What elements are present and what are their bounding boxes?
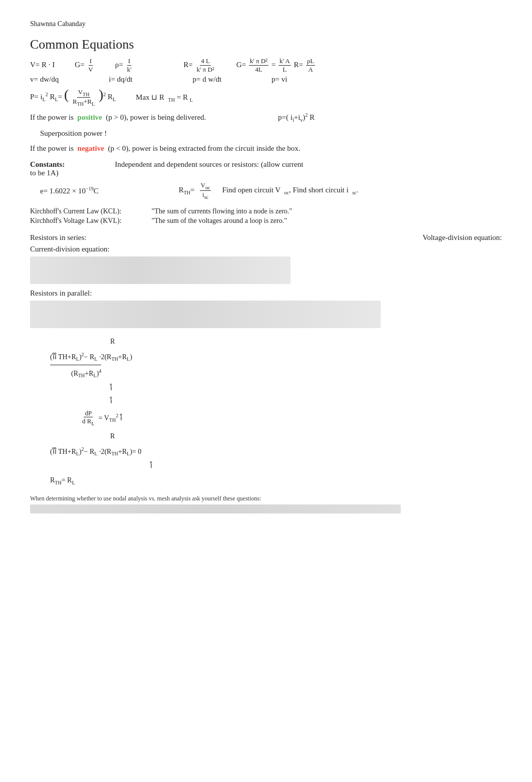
page-title: Common Equations [30, 37, 502, 52]
kcl-quotes: "The sum of currents flowing into a node… [152, 207, 292, 226]
resistors-series-label: Resistors in series: [30, 233, 87, 242]
deriv-r-label: R [110, 335, 115, 349]
power-positive-word: positive [78, 113, 102, 121]
electron-value: e= 1.6022 × 10−19C [40, 186, 99, 195]
deriv-row-idot: i̊i̊ [110, 382, 502, 408]
deriv-row-3: (RTH+RL)4 [50, 365, 502, 380]
deriv-numerator: (i̊i̊ TH+RL)2− RL ·2(RTH+RL) [50, 350, 132, 364]
constants-label: Constants: [30, 160, 65, 168]
current-division-label: Current-division equation: [30, 245, 502, 253]
deriv-idot: i̊i̊ [110, 382, 112, 408]
kvl-quote: "The sum of the voltages around a loop i… [152, 217, 292, 225]
constants-section: Constants: to be 1A) Independent and dep… [30, 160, 502, 177]
kcl-label: Kirchhoff's Current Law (KCL): [30, 207, 122, 215]
kvl-label: Kirchhoff's Voltage Law (KVL): [30, 217, 122, 225]
author: Shawnna Cabanday [30, 20, 502, 28]
eq-g-kpid: G= k' π D² 4L = k' A L R= ρL A [236, 57, 316, 73]
power-negative-suffix: (p < 0), power is being extracted from t… [108, 144, 300, 152]
parallel-circuit-blurred [30, 301, 381, 328]
kcl-kvl-section: Kirchhoff's Current Law (KCL): Kirchhoff… [30, 207, 502, 226]
eq-p-vi: p= vi [272, 75, 287, 84]
deriv-r2: R [110, 430, 115, 443]
eq-v-ri: V= R · I [30, 61, 55, 69]
to-be-label: to be 1A) [30, 169, 65, 177]
kcl-labels: Kirchhoff's Current Law (KCL): Kirchhoff… [30, 207, 122, 226]
eq-p-dwdt: p= d w/dt [192, 75, 221, 84]
deriv-dp-eq: = VTH2 i̊ [99, 411, 122, 425]
deriv-set-zero: (i̊i̊ TH+RL)2− RL ·2(RTH+RL)= 0 [50, 444, 141, 458]
deriv-row-4: R [50, 430, 502, 443]
rth-formula-block: RTH= Voc isc Find open circuit V oc, Fin… [179, 181, 359, 200]
constants-left: Constants: to be 1A) [30, 160, 65, 177]
equation-row-2: v= dw/dq i= dq/dt p= d w/dt p= vi [30, 75, 502, 84]
deriv-dp-fraction: dP d RL [81, 409, 96, 427]
superposition-line: Superposition power ! [40, 127, 502, 139]
equation-row-1: V= R · I G= I V ρ= I k' R= 4 L k' π D² G… [30, 57, 502, 73]
eq-i-dqdt: i= dq/dt [109, 75, 132, 84]
power-positive-prefix: If the power is [30, 113, 74, 121]
deriv-row-2: (i̊i̊ TH+RL)2− RL ·2(RTH+RL) [50, 350, 502, 364]
eq-rho-ik: ρ= I k' [115, 57, 134, 73]
eq-p-max: P= iL2 RL= ( VTH RTH+RL )2 RL [30, 88, 116, 107]
independent-label: Independent and dependent sources or res… [115, 160, 303, 169]
power-positive-suffix: (p > 0), power is being delivered. [106, 113, 206, 121]
footnote-blurred [30, 504, 401, 513]
equation-row-3: P= iL2 RL= ( VTH RTH+RL )2 RL Max ⊔ R TH… [30, 88, 502, 107]
resistors-series-row: Resistors in series: Voltage-division eq… [30, 233, 502, 242]
constants-right: Independent and dependent sources or res… [115, 160, 303, 169]
power-negative-word: negative [78, 144, 104, 152]
rth-fraction: Voc isc [200, 181, 211, 200]
power-negative-section: If the power is negative (p < 0), power … [30, 142, 502, 154]
power-positive-formula: p=( il+iv)2 R [278, 113, 315, 121]
voltage-division-label: Voltage-division equation: [423, 233, 502, 242]
deriv-row-idot2: i̊ [150, 459, 502, 473]
deriv-row-1: R [50, 335, 502, 349]
eq-g-iv: G= I V [75, 57, 95, 73]
circuit-diagram-blurred [30, 256, 291, 284]
derivation-section: R (i̊i̊ TH+RL)2− RL ·2(RTH+RL) (RTH+RL)4… [50, 335, 502, 487]
deriv-idot2: i̊ [150, 459, 152, 473]
power-negative-prefix: If the power is [30, 144, 74, 152]
eq-r-4l: R= 4 L k' π D² [183, 57, 216, 73]
electron-rth-row: e= 1.6022 × 10−19C RTH= Voc isc Find ope… [30, 181, 502, 200]
find-open-circuit: Find open circuit V oc, Find short circu… [222, 186, 358, 195]
eq-max-rth: Max ⊔ R TH = R L [136, 93, 193, 103]
rth-label: RTH= [179, 186, 195, 195]
deriv-row-dp: dP d RL = VTH2 i̊ [80, 409, 502, 427]
footnote-text: When determining whether to use nodal an… [30, 495, 502, 502]
deriv-rth-rl: RTH= RL [50, 474, 502, 487]
deriv-row-5: (i̊i̊ TH+RL)2− RL ·2(RTH+RL)= 0 [50, 444, 502, 458]
deriv-result: RTH= RL [50, 474, 75, 487]
equations-section: V= R · I G= I V ρ= I k' R= 4 L k' π D² G… [30, 57, 502, 107]
power-positive-section: If the power is positive (p > 0), power … [30, 111, 502, 124]
kcl-quote: "The sum of currents flowing into a node… [152, 207, 292, 215]
eq-v-dwdq: v= dw/dq [30, 75, 59, 84]
deriv-denominator: (RTH+RL)4 [50, 365, 101, 380]
resistors-parallel-label: Resistors in parallel: [30, 289, 502, 298]
